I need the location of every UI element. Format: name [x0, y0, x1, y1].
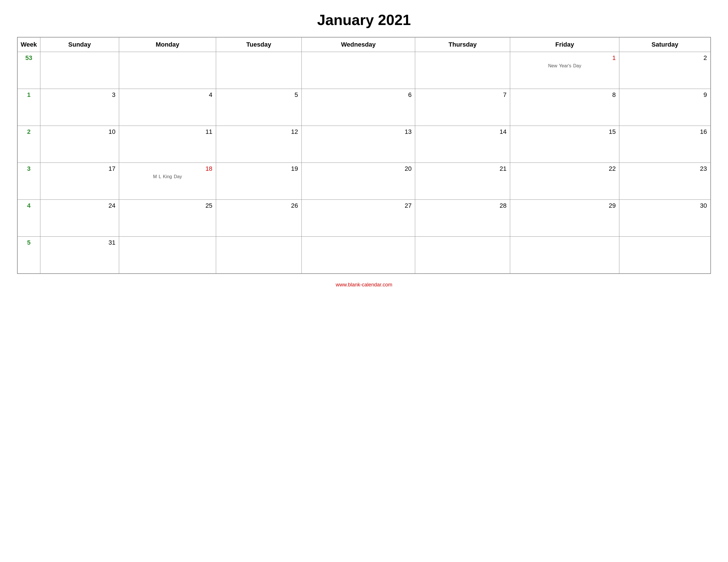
holiday-label: New Year's Day — [512, 63, 617, 69]
day-number: 29 — [512, 202, 617, 210]
table-row — [216, 237, 301, 274]
day-number: 15 — [512, 128, 617, 136]
table-row: 5 — [216, 89, 301, 126]
week-number: 5 — [17, 237, 40, 274]
header-week: Week — [17, 37, 40, 52]
page-title: January 2021 — [317, 11, 411, 28]
table-row — [301, 52, 415, 89]
week-number: 53 — [17, 52, 40, 89]
header-sunday: Sunday — [40, 37, 119, 52]
day-number: 5 — [218, 91, 299, 99]
table-row: 28 — [415, 200, 510, 237]
week-number: 4 — [17, 200, 40, 237]
table-row: 7 — [415, 89, 510, 126]
table-row: 20 — [301, 163, 415, 200]
header-monday: Monday — [119, 37, 216, 52]
day-number: 7 — [417, 91, 508, 99]
table-row: 24 — [40, 200, 119, 237]
day-number: 24 — [43, 202, 117, 210]
header-friday: Friday — [510, 37, 619, 52]
day-number: 1 — [512, 54, 617, 62]
calendar-table: Week Sunday Monday Tuesday Wednesday Thu… — [17, 37, 711, 274]
table-row: 22 — [510, 163, 619, 200]
table-row — [301, 237, 415, 274]
day-number: 31 — [43, 239, 117, 246]
table-row: 17 — [40, 163, 119, 200]
day-number: 11 — [121, 128, 214, 136]
day-number: 18 — [121, 165, 214, 173]
holiday-label: M L King Day — [121, 174, 214, 179]
day-number: 28 — [417, 202, 508, 210]
table-row — [119, 237, 216, 274]
day-number: 9 — [622, 91, 708, 99]
table-row: 11 — [119, 126, 216, 163]
day-number: 16 — [622, 128, 708, 136]
day-number: 30 — [622, 202, 708, 210]
day-number: 2 — [622, 54, 708, 62]
day-number: 6 — [304, 91, 413, 99]
day-number: 3 — [43, 91, 117, 99]
table-row: 25 — [119, 200, 216, 237]
table-row — [415, 237, 510, 274]
table-row: 6 — [301, 89, 415, 126]
footer-link[interactable]: www.blank-calendar.com — [336, 282, 392, 287]
table-row: 18M L King Day — [119, 163, 216, 200]
table-row: 12 — [216, 126, 301, 163]
day-number: 20 — [304, 165, 413, 173]
table-row: 27 — [301, 200, 415, 237]
table-row: 2 — [619, 52, 711, 89]
header-thursday: Thursday — [415, 37, 510, 52]
day-number: 12 — [218, 128, 299, 136]
table-row: 10 — [40, 126, 119, 163]
table-row: 29 — [510, 200, 619, 237]
table-row: 8 — [510, 89, 619, 126]
day-number: 22 — [512, 165, 617, 173]
header-tuesday: Tuesday — [216, 37, 301, 52]
header-wednesday: Wednesday — [301, 37, 415, 52]
table-row — [415, 52, 510, 89]
table-row — [619, 237, 711, 274]
day-number: 25 — [121, 202, 214, 210]
table-row: 16 — [619, 126, 711, 163]
day-number: 13 — [304, 128, 413, 136]
day-number: 4 — [121, 91, 214, 99]
day-number: 19 — [218, 165, 299, 173]
day-number: 23 — [622, 165, 708, 173]
table-row: 15 — [510, 126, 619, 163]
table-row: 31 — [40, 237, 119, 274]
table-row — [216, 52, 301, 89]
day-number: 21 — [417, 165, 508, 173]
footer[interactable]: www.blank-calendar.com — [336, 282, 392, 288]
day-number: 17 — [43, 165, 117, 173]
table-row: 13 — [301, 126, 415, 163]
table-row: 21 — [415, 163, 510, 200]
table-row: 3 — [40, 89, 119, 126]
day-number: 10 — [43, 128, 117, 136]
day-number: 14 — [417, 128, 508, 136]
day-number: 27 — [304, 202, 413, 210]
week-number: 2 — [17, 126, 40, 163]
table-row: 1New Year's Day — [510, 52, 619, 89]
table-row: 4 — [119, 89, 216, 126]
table-row: 26 — [216, 200, 301, 237]
table-row: 9 — [619, 89, 711, 126]
table-row: 14 — [415, 126, 510, 163]
table-row — [119, 52, 216, 89]
header-saturday: Saturday — [619, 37, 711, 52]
day-number: 26 — [218, 202, 299, 210]
table-row: 23 — [619, 163, 711, 200]
table-row — [510, 237, 619, 274]
table-row: 30 — [619, 200, 711, 237]
table-row: 19 — [216, 163, 301, 200]
day-number: 8 — [512, 91, 617, 99]
week-number: 3 — [17, 163, 40, 200]
week-number: 1 — [17, 89, 40, 126]
table-row — [40, 52, 119, 89]
